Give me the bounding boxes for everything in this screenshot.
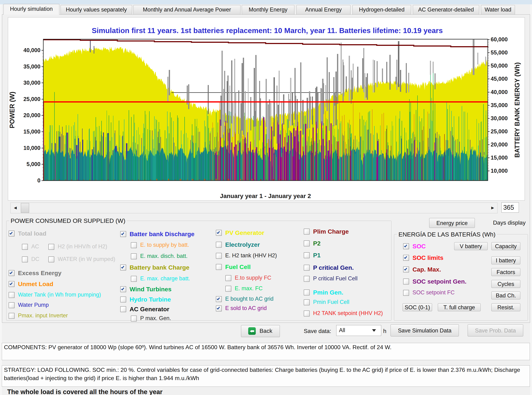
svg-text:50,000: 50,000 <box>491 63 508 69</box>
svg-text:20,000: 20,000 <box>491 142 508 148</box>
svg-text:10,000: 10,000 <box>491 168 508 174</box>
svg-text:POWER (W): POWER (W) <box>8 92 16 128</box>
svg-text:25,000: 25,000 <box>23 96 40 102</box>
svg-text:55,000: 55,000 <box>491 49 508 56</box>
svg-text:45,000: 45,000 <box>491 76 508 82</box>
svg-text:Simulation first 11 years. 1st: Simulation first 11 years. 1st batteries… <box>92 26 443 35</box>
svg-text:0: 0 <box>37 177 40 184</box>
svg-text:5,000: 5,000 <box>26 161 40 167</box>
svg-text:35,000: 35,000 <box>491 102 508 108</box>
svg-text:15,000: 15,000 <box>23 128 40 135</box>
svg-text:30,000: 30,000 <box>491 115 508 121</box>
svg-text:40,000: 40,000 <box>23 47 40 53</box>
svg-text:BATTERY BANK ENERGY (Wh): BATTERY BANK ENERGY (Wh) <box>514 62 521 158</box>
svg-text:January year 1 - January year: January year 1 - January year 2 <box>220 192 311 199</box>
svg-text:60,000: 60,000 <box>491 36 508 43</box>
svg-text:30,000: 30,000 <box>23 80 40 86</box>
svg-text:10,000: 10,000 <box>23 145 40 151</box>
svg-text:35,000: 35,000 <box>23 63 40 70</box>
svg-text:25,000: 25,000 <box>491 128 508 135</box>
svg-text:15,000: 15,000 <box>491 154 508 161</box>
svg-text:40,000: 40,000 <box>491 89 508 95</box>
svg-text:20,000: 20,000 <box>23 112 40 118</box>
